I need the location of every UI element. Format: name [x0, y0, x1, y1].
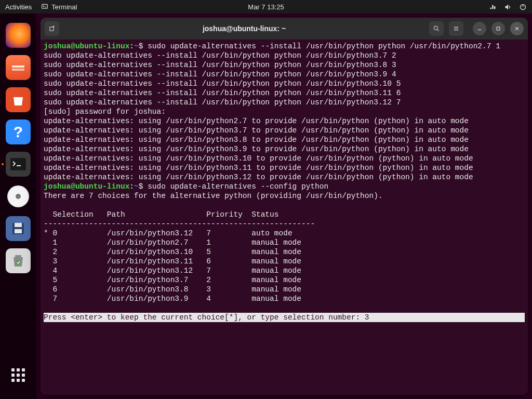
save-icon	[10, 221, 26, 236]
terminal-app-icon	[10, 158, 26, 170]
disc-icon	[7, 185, 29, 207]
terminal-icon	[41, 3, 48, 10]
question-icon: ?	[14, 123, 23, 141]
maximize-icon	[495, 25, 502, 32]
dock-trash[interactable]	[6, 248, 31, 273]
gnome-topbar: Activities Terminal Mar 7 13:25	[0, 0, 532, 14]
dock-firefox[interactable]	[6, 23, 31, 48]
window-titlebar[interactable]: joshua@ubuntu-linux: ~	[41, 18, 528, 39]
svg-point-14	[434, 26, 437, 30]
svg-rect-7	[15, 223, 22, 227]
window-maximize-button[interactable]	[491, 22, 505, 35]
show-applications-button[interactable]	[6, 363, 31, 388]
svg-rect-3	[12, 65, 24, 68]
minimize-icon	[476, 25, 483, 32]
window-title: joshua@ubuntu-linux: ~	[63, 24, 425, 33]
search-icon	[433, 25, 440, 32]
topbar-app-name: Terminal	[51, 3, 77, 11]
dock-terminal[interactable]	[6, 152, 31, 177]
dock-help[interactable]: ?	[6, 119, 31, 144]
dock-ubuntu-software[interactable]	[6, 87, 31, 112]
svg-line-15	[437, 30, 439, 31]
terminal-window: joshua@ubuntu-linux: ~ joshua@ubuntu-	[41, 18, 528, 395]
close-icon	[513, 25, 521, 32]
dock-files[interactable]	[6, 55, 31, 80]
power-icon[interactable]	[519, 3, 527, 11]
files-icon	[10, 61, 26, 74]
network-icon[interactable]	[489, 3, 497, 11]
svg-rect-9	[15, 255, 21, 257]
window-minimize-button[interactable]	[473, 22, 486, 35]
search-button[interactable]	[429, 21, 444, 36]
topbar-app-indicator[interactable]: Terminal	[41, 3, 77, 11]
svg-rect-5	[10, 158, 26, 170]
topbar-clock[interactable]: Mar 7 13:25	[248, 3, 284, 11]
shopping-bag-icon	[10, 92, 26, 108]
svg-rect-20	[497, 27, 500, 30]
activities-button[interactable]: Activities	[5, 3, 32, 11]
svg-rect-8	[15, 229, 22, 233]
hamburger-menu-button[interactable]	[449, 21, 463, 36]
svg-rect-11	[50, 27, 54, 31]
dock: ?	[0, 14, 36, 399]
trash-icon	[11, 253, 25, 269]
window-close-button[interactable]	[510, 22, 524, 35]
terminal-viewport[interactable]: joshua@ubuntu-linux:~$ sudo update-alter…	[41, 39, 528, 395]
new-tab-button[interactable]	[45, 21, 59, 36]
dock-screenshot[interactable]	[6, 216, 31, 241]
svg-rect-4	[12, 69, 24, 71]
new-tab-icon	[48, 25, 56, 32]
volume-icon[interactable]	[504, 3, 512, 11]
dock-disks[interactable]	[6, 184, 31, 209]
hamburger-icon	[453, 25, 460, 32]
svg-rect-0	[42, 4, 48, 8]
